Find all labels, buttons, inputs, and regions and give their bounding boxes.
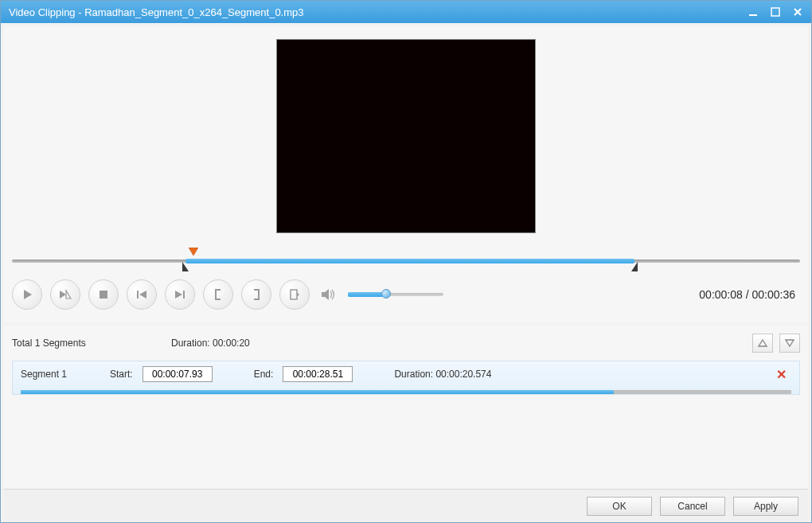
set-start-button[interactable] [203, 279, 233, 310]
svg-rect-9 [137, 291, 139, 299]
volume-thumb[interactable] [381, 289, 391, 299]
cancel-button[interactable]: Cancel [660, 497, 725, 516]
svg-rect-13 [291, 290, 297, 299]
time-display: 00:00:08 / 00:00:36 [699, 288, 795, 301]
segment-row[interactable]: Segment 1 Start: End: Duration: 00:00:20… [12, 361, 800, 395]
segments-duration-label: Duration: 00:00:20 [171, 338, 250, 349]
stop-button[interactable] [88, 279, 119, 310]
play-button[interactable] [12, 279, 42, 310]
segment-start-label: Start: [110, 369, 133, 380]
svg-marker-4 [631, 262, 638, 271]
svg-rect-8 [100, 291, 107, 299]
segment-end-input[interactable] [283, 366, 353, 382]
svg-marker-7 [66, 291, 71, 299]
window: Video Clipping - Ramadhan_Segment_0_x264… [0, 0, 812, 523]
volume-slider[interactable] [348, 293, 443, 296]
segments-total-label: Total 1 Segments [12, 338, 171, 349]
segment-end-label: End: [254, 369, 274, 380]
time-separator: / [743, 288, 752, 301]
delete-segment-button[interactable]: ✕ [776, 367, 787, 382]
ok-button[interactable]: OK [587, 497, 652, 516]
segments-header: Total 1 Segments Duration: 00:00:20 [12, 334, 800, 353]
apply-button[interactable]: Apply [733, 497, 798, 516]
window-controls [743, 4, 808, 20]
next-frame-button[interactable] [165, 279, 195, 310]
svg-marker-14 [322, 289, 329, 300]
segments-panel: Total 1 Segments Duration: 00:00:20 Segm… [4, 326, 808, 489]
content-area: 00:00:08 / 00:00:36 Total 1 Segments Dur… [1, 23, 811, 522]
svg-marker-10 [139, 291, 146, 299]
prev-frame-button[interactable] [127, 279, 157, 310]
play-selection-button[interactable] [50, 279, 80, 310]
volume-fill [348, 292, 386, 297]
titlebar[interactable]: Video Clipping - Ramadhan_Segment_0_x264… [1, 1, 811, 23]
trim-start-handle[interactable] [182, 262, 189, 271]
timeline[interactable] [12, 256, 800, 267]
preview-area: 00:00:08 / 00:00:36 [4, 26, 808, 322]
segment-name: Segment 1 [21, 369, 100, 380]
svg-marker-11 [175, 291, 182, 299]
svg-rect-12 [183, 291, 185, 299]
svg-rect-0 [749, 14, 757, 16]
playhead-marker[interactable] [189, 248, 198, 256]
timeline-selection[interactable] [185, 259, 634, 263]
close-button[interactable] [787, 4, 808, 20]
move-down-button[interactable] [779, 334, 800, 353]
segment-order-controls [752, 334, 800, 353]
svg-marker-5 [24, 290, 32, 299]
segment-progress-track[interactable] [21, 390, 791, 394]
window-title: Video Clipping - Ramadhan_Segment_0_x264… [9, 6, 743, 18]
current-time: 00:00:08 [699, 288, 743, 301]
svg-marker-2 [189, 248, 198, 256]
move-up-button[interactable] [752, 334, 773, 353]
segment-start-input[interactable] [142, 366, 213, 382]
volume-icon[interactable] [321, 288, 337, 301]
segment-progress-fill [21, 390, 614, 394]
playback-controls: 00:00:08 / 00:00:36 [12, 279, 800, 318]
svg-rect-1 [771, 8, 779, 16]
video-preview[interactable] [276, 39, 536, 233]
segment-duration-label: Duration: 00:00:20.574 [394, 369, 491, 380]
svg-marker-16 [786, 340, 794, 346]
maximize-button[interactable] [765, 4, 786, 20]
svg-marker-15 [759, 340, 767, 346]
svg-marker-3 [182, 262, 189, 271]
svg-marker-6 [60, 291, 66, 299]
add-segment-button[interactable] [279, 279, 310, 310]
minimize-button[interactable] [743, 4, 763, 20]
set-end-button[interactable] [241, 279, 271, 310]
dialog-footer: OK Cancel Apply [4, 489, 808, 522]
trim-end-handle[interactable] [631, 262, 638, 271]
total-time: 00:00:36 [752, 288, 796, 301]
